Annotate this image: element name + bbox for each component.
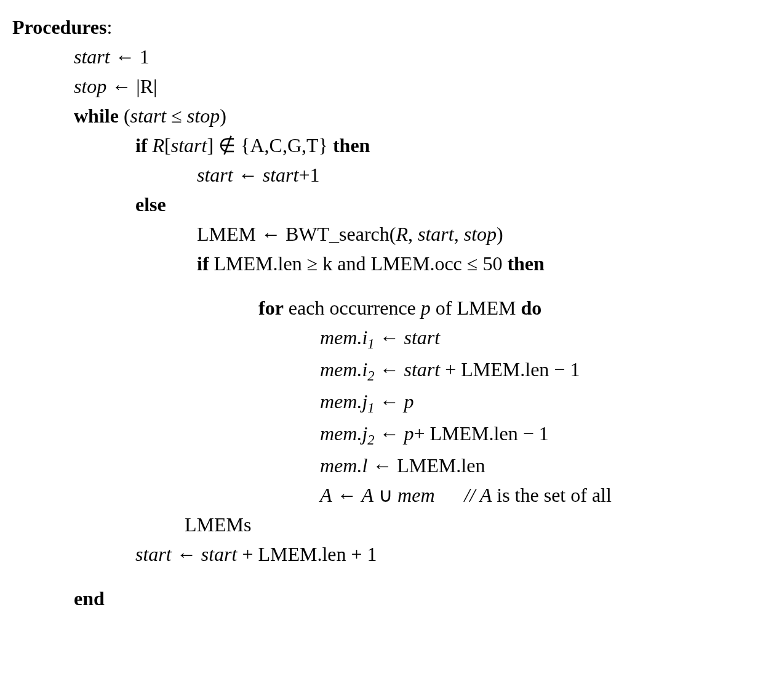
mem-l: mem.l — [320, 454, 367, 477]
kw-for: for — [258, 297, 284, 319]
arrow: ← — [367, 454, 397, 477]
rest: + LMEM.len − 1 — [440, 358, 580, 380]
line-2: stop ← |R| — [12, 71, 751, 101]
line-10: mem.i1 ← start — [12, 323, 751, 355]
kw-if: if — [197, 252, 209, 275]
var-p: p — [404, 422, 414, 445]
line-18: end — [12, 584, 751, 613]
arrow: ← — [172, 543, 201, 565]
bracket-close: ] — [207, 134, 214, 156]
value-fifty: 50 — [482, 252, 502, 275]
line-17: start ← start + LMEM.len + 1 — [12, 539, 751, 569]
var-p: p — [404, 390, 414, 412]
line-13: mem.j2 ← p+ LMEM.len − 1 — [12, 419, 751, 451]
comment-text: is the set of all — [492, 484, 612, 506]
text-lmems: LMEMs — [185, 513, 251, 536]
paren-open: ( — [124, 105, 130, 127]
line-4: if R[start] ∉ {A,C,G,T} then — [12, 131, 751, 160]
paren-close: ) — [497, 223, 503, 245]
paren-close: ) — [220, 105, 226, 127]
kw-if: if — [135, 134, 148, 156]
arrow: ← — [238, 164, 258, 186]
var-r: R — [153, 134, 165, 156]
rest: + LMEM.len − 1 — [414, 422, 549, 445]
line-5: start ← start+1 — [12, 160, 751, 190]
var-a: A — [480, 484, 492, 506]
arrow: ← — [375, 358, 404, 380]
arrow: ← — [375, 326, 404, 348]
var-start: start — [197, 164, 233, 186]
line-15: A ← A ∪ mem // A is the set of all — [12, 480, 751, 510]
arrow: ← — [115, 46, 135, 68]
header-word: Procedures — [12, 16, 106, 38]
line-8: if LMEM.len ≥ k and LMEM.occ ≤ 50 then — [12, 249, 751, 278]
text-each: each occurrence — [289, 297, 421, 319]
var-stop: stop — [464, 223, 497, 245]
var-start: start — [74, 46, 110, 68]
set-acgt: {A,C,G,T} — [241, 134, 328, 156]
line-12: mem.j1 ← p — [12, 387, 751, 419]
line-9: for each occurrence p of LMEM do — [12, 293, 751, 323]
arrow: ← — [375, 422, 404, 445]
op-le: ≤ — [171, 105, 182, 127]
plus-one: +1 — [298, 164, 319, 186]
op-ge: ≥ — [307, 252, 318, 275]
line-16: LMEMs — [12, 510, 751, 539]
var-k: k — [322, 252, 332, 275]
mem-i1: mem.i — [320, 326, 367, 348]
line-3: while (start ≤ stop) — [12, 101, 751, 131]
line-7: LMEM ← BWT_search(R, start, stop) — [12, 219, 751, 249]
value-one: 1 — [140, 46, 150, 68]
lmem-occ: LMEM.occ — [370, 252, 461, 275]
kw-and: and — [337, 252, 366, 275]
mem-j2: mem.j — [320, 422, 367, 445]
var-a: A — [362, 484, 374, 506]
procedures-header: Procedures: — [12, 12, 751, 42]
line-14: mem.l ← LMEM.len — [12, 451, 751, 480]
var-lmem: LMEM — [197, 223, 256, 245]
var-start: start — [404, 326, 441, 348]
text-of: of LMEM — [431, 297, 521, 319]
kw-then: then — [333, 134, 370, 156]
kw-else: else — [135, 193, 166, 215]
subscript-2: 2 — [367, 432, 374, 448]
var-start: start — [130, 105, 167, 127]
mem-j1: mem.j — [320, 390, 367, 412]
mem-i2: mem.i — [320, 358, 367, 380]
var-p: p — [421, 297, 431, 319]
kw-end: end — [74, 587, 105, 609]
op-le: ≤ — [467, 252, 478, 275]
var-mem: mem — [397, 484, 434, 506]
arrow: ← — [332, 484, 362, 506]
var-a: A — [320, 484, 332, 506]
arrow: ← — [111, 75, 131, 97]
subscript-1: 1 — [367, 336, 374, 352]
var-r: R — [396, 223, 408, 245]
kw-do: do — [521, 297, 541, 319]
var-stop: stop — [187, 105, 220, 127]
var-start: start — [404, 358, 441, 380]
var-start: start — [263, 164, 299, 186]
comment-slashes: // — [465, 484, 480, 506]
var-start: start — [171, 134, 207, 156]
rest: LMEM.len — [397, 454, 485, 477]
fn-name: BWT_search( — [286, 223, 396, 245]
lmem-len: LMEM.len — [214, 252, 302, 275]
line-11: mem.i2 ← start + LMEM.len − 1 — [12, 355, 751, 387]
arrow: ← — [261, 223, 281, 245]
subscript-2: 2 — [367, 368, 374, 384]
abs-r: |R| — [136, 75, 157, 97]
var-start: start — [135, 543, 172, 565]
var-start: start — [201, 543, 238, 565]
arrow: ← — [375, 390, 404, 412]
header-colon: : — [106, 16, 112, 38]
kw-then: then — [507, 252, 544, 275]
subscript-1: 1 — [367, 400, 374, 416]
op-union: ∪ — [374, 484, 397, 506]
comma: , — [454, 223, 464, 245]
rest: + LMEM.len + 1 — [237, 543, 377, 565]
bracket-open: [ — [164, 134, 171, 156]
comma: , — [408, 223, 418, 245]
line-6: else — [12, 190, 751, 219]
line-1: start ← 1 — [12, 42, 751, 71]
